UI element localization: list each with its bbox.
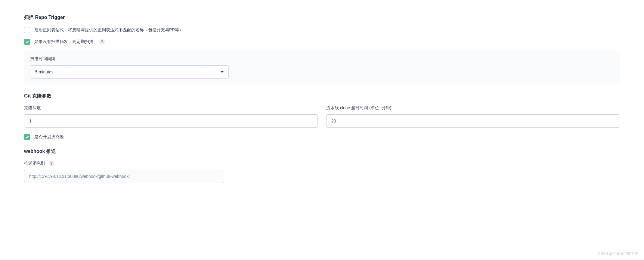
help-icon[interactable]: ? (99, 39, 105, 45)
interval-panel: 扫描时间间隔 (24, 50, 620, 85)
periodic-checkbox-label: 如果没有扫描触发，则定期扫描 (34, 39, 93, 45)
interval-label: 扫描时间间隔 (30, 56, 614, 62)
depth-label: 克隆深度 (24, 105, 318, 111)
push-to-label-row: 推送消息到 ? (24, 161, 620, 166)
git-clone-fields: 克隆深度 流水线 clone 超时时间 (单位: 分钟) (24, 105, 620, 128)
webhook-input-wrap (24, 170, 224, 183)
webhook-title: webhook 推送 (24, 148, 620, 155)
depth-field: 克隆深度 (24, 105, 318, 128)
periodic-checkbox[interactable] (24, 39, 30, 45)
scan-trigger-title: 扫描 Repo Trigger (24, 14, 620, 21)
interval-select-wrapper (30, 65, 229, 79)
regex-checkbox-label: 启用正则表达式，将忽略与提供的正则表达式不匹配的名称（包括分支与PR等） (34, 27, 183, 33)
check-icon (25, 40, 29, 44)
git-clone-title: Git 克隆参数 (24, 93, 620, 99)
timeout-field: 流水线 clone 超时时间 (单位: 分钟) (326, 105, 620, 128)
push-to-label: 推送消息到 (24, 161, 45, 166)
timeout-label: 流水线 clone 超时时间 (单位: 分钟) (326, 105, 620, 111)
shallow-checkbox-label: 是否开启浅克隆 (34, 134, 64, 140)
periodic-checkbox-row: 如果没有扫描触发，则定期扫描 ? (24, 39, 620, 45)
regex-checkbox[interactable] (24, 27, 30, 33)
timeout-input[interactable] (326, 114, 620, 128)
shallow-checkbox-row: 是否开启浅克隆 (24, 134, 620, 140)
interval-select[interactable] (30, 65, 229, 79)
webhook-url-input[interactable] (24, 170, 224, 183)
check-icon (25, 135, 29, 139)
help-icon[interactable]: ? (49, 161, 54, 166)
regex-checkbox-row: 启用正则表达式，将忽略与提供的正则表达式不匹配的名称（包括分支与PR等） (24, 27, 620, 33)
depth-input[interactable] (24, 114, 318, 128)
shallow-checkbox[interactable] (24, 134, 30, 140)
